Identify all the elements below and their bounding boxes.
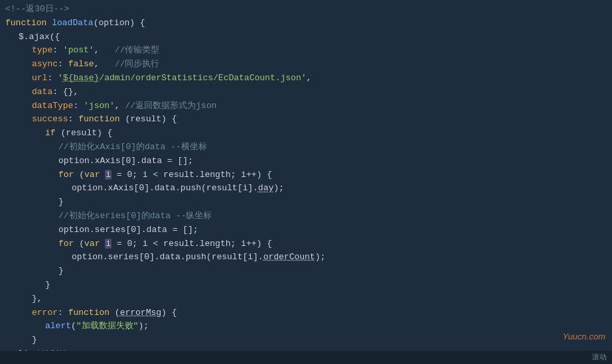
prop-url: url — [32, 72, 47, 86]
keyword-function: function — [5, 17, 52, 30]
line-success: success: function (result) { — [0, 113, 612, 127]
code-editor: <!--返30日--> function loadData(option) { … — [0, 0, 612, 364]
line-async: async: false, //同步执行 — [0, 58, 612, 72]
line-error-close: } — [0, 334, 612, 347]
line-series-init: option.series[0].data = []; — [0, 223, 612, 237]
comment-series: //初始化series[0]的data --纵坐标 — [58, 210, 212, 223]
line-error: error: function (errorMsg) { — [0, 306, 612, 320]
line-comment-series: //初始化series[0]的data --纵坐标 — [0, 210, 612, 223]
prop-datatype: dataType — [32, 99, 73, 113]
comment-xaxis: //初始化xAxis[0]的data --横坐标 — [58, 141, 207, 154]
punct: (option) { — [94, 17, 145, 30]
line-for1: for (var i = 0; i < result.length; i++) … — [0, 168, 612, 182]
line-comment: <!--返30日--> — [0, 3, 612, 17]
xaxis-init-code: option — [58, 154, 90, 168]
line-if-close: } — [0, 278, 612, 292]
line-datatype: dataType: 'json', //返回数据形式为json — [0, 99, 612, 113]
line-if: if (result) { — [0, 127, 612, 141]
line-for2-body: option.series[0].data.push(result[i].ord… — [0, 251, 612, 265]
line-ajax-open: $.ajax({ — [0, 30, 612, 44]
alert-call: alert — [45, 320, 71, 334]
line-url: url: '${base}/admin/orderStatistics/EcDa… — [0, 72, 612, 86]
line-data: data: {}, — [0, 86, 612, 99]
comment-tag: <!--返30日--> — [5, 3, 69, 17]
watermark: Yuucn.com — [562, 330, 605, 344]
for2-body-code: option.series[0].data.push(result[i].ord… — [72, 251, 325, 265]
line-for2: for (var i = 0; i < result.length; i++) … — [0, 237, 612, 251]
line-for2-close: } — [0, 265, 612, 278]
line-alert: alert("加载数据失败"); — [0, 320, 612, 334]
series-init-code: option.series[0].data = []; — [58, 223, 198, 237]
line-func-decl: function loadData(option) { — [0, 17, 612, 30]
bottom-text: 滚动 — [592, 351, 607, 363]
for1-body-code: option.xAxis[0].data.push(result[i].day)… — [72, 182, 284, 196]
prop-success: success — [32, 113, 68, 127]
prop-async: async — [32, 58, 58, 72]
ajax-call: $.ajax({ — [19, 30, 60, 44]
prop-data: data — [32, 86, 52, 99]
prop-type: type — [32, 44, 52, 58]
line-comment-xaxis: //初始化xAxis[0]的data --横坐标 — [0, 141, 612, 154]
line-xaxis-init: option.xAxis[0].data = []; — [0, 154, 612, 168]
line-for1-body: option.xAxis[0].data.push(result[i].day)… — [0, 182, 612, 196]
line-success-close: }, — [0, 292, 612, 306]
line-for1-close: } — [0, 196, 612, 210]
line-type: type: 'post', //传输类型 — [0, 44, 612, 58]
keyword-if: if — [45, 127, 60, 141]
bottom-bar: 滚动 — [0, 351, 612, 364]
prop-error: error — [32, 306, 58, 320]
func-name: loadData — [52, 17, 93, 30]
